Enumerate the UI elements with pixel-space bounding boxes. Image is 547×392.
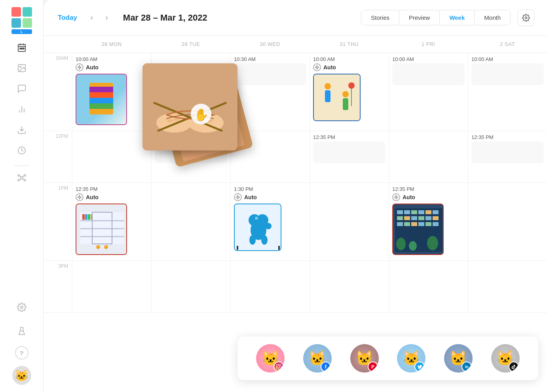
sidebar-item-analytics[interactable] [13,101,30,118]
svg-point-8 [20,66,21,67]
cell-mon-12pm[interactable] [72,131,151,183]
svg-rect-36 [80,236,124,237]
cell-sat-10am[interactable]: 10:00 AM [468,53,547,131]
cell-fri-12pm[interactable] [389,131,468,183]
time-label-12pm: 12PM [44,131,72,183]
social-item-facebook[interactable]: 🐱 f [303,344,332,373]
social-item-twitter[interactable]: 🐱 [397,344,425,373]
svg-rect-56 [397,210,403,214]
cell-sat-12pm[interactable]: 12:35 PM [468,131,547,183]
cell-tue-3pm[interactable] [151,261,230,312]
cell-thu-10am[interactable]: 10:00 AM Auto [310,53,389,131]
svg-rect-63 [404,216,410,220]
next-button[interactable]: › [101,12,113,24]
sidebar-item-integrations[interactable] [13,169,30,186]
social-item-linkedin[interactable]: 🐱 in [444,344,473,373]
today-button[interactable]: Today [56,11,79,24]
social-item-tiktok[interactable]: 🐱 [491,344,520,373]
sidebar-divider [14,166,30,166]
view-btn-stories[interactable]: Stories [361,10,399,25]
svg-rect-65 [418,216,424,220]
day-header-mon: 28 MON [72,40,151,49]
svg-rect-57 [404,210,410,214]
svg-rect-39 [87,214,90,220]
auto-icon [76,193,84,201]
event-thu-10am: 10:00 AM Auto [313,56,386,121]
prev-button[interactable]: ‹ [86,12,98,24]
cell-wed-3pm[interactable] [230,261,310,312]
view-buttons: Stories Preview Week Month [361,10,511,25]
cell-sat-1pm[interactable] [468,183,547,261]
svg-point-48 [249,235,256,245]
event-image-blue-dog[interactable] [234,204,281,251]
event-placeholder [155,141,227,163]
svg-line-22 [23,179,24,180]
sidebar-item-help[interactable]: ? [15,346,28,360]
cell-thu-1pm[interactable] [310,183,389,261]
day-header-thu: 31 THU [310,40,389,49]
view-btn-month[interactable]: Month [475,10,510,25]
cell-wed-1pm[interactable]: 1:30 PM Auto [230,183,310,261]
sidebar: L [0,0,44,392]
social-avatar-linkedin: 🐱 in [444,344,473,373]
day-header-sat: 2 SAT [468,40,547,49]
event-image-building[interactable] [392,204,444,255]
svg-point-41 [96,245,100,249]
event-sat-10am: 10:00 AM [471,56,544,85]
event-time: 12:35 PM [313,134,386,140]
event-time: 10:30 AM [234,56,306,62]
view-btn-week[interactable]: Week [440,10,475,25]
cell-thu-12pm[interactable]: 12:35 PM [310,131,389,183]
nav-arrows: ‹ › [86,12,113,24]
day-header-tue: 29 TUE [151,40,230,49]
cell-sat-3pm[interactable] [468,261,547,312]
event-image-library[interactable] [76,204,127,255]
cell-mon-3pm[interactable] [72,261,151,312]
event-label: Auto [234,193,306,201]
cell-thu-3pm[interactable] [310,261,389,312]
cell-tue-10am[interactable] [151,53,230,131]
svg-rect-37 [82,214,85,220]
cell-tue-12pm[interactable]: 11:00 AM [151,131,230,183]
svg-point-17 [18,179,19,181]
cell-wed-12pm[interactable] [230,131,310,183]
cell-mon-10am[interactable]: 10:00 AM Auto [72,53,151,131]
cell-fri-3pm[interactable] [389,261,468,312]
svg-rect-69 [404,222,410,226]
linkedin-badge: in [462,362,472,372]
event-fri-1pm: 12:35 PM Auto [392,186,465,255]
social-item-instagram[interactable]: 🐱 [256,344,285,373]
event-image-colorful-blocks[interactable] [76,74,127,125]
sidebar-item-lab[interactable] [13,322,30,340]
event-time: 12:35 PM [76,186,148,192]
event-time: 10:00 AM [392,56,465,62]
sidebar-item-schedule[interactable] [13,142,30,159]
svg-rect-35 [80,228,124,229]
sidebar-item-calendar[interactable] [13,39,30,56]
cell-fri-10am[interactable]: 10:00 AM [389,53,468,131]
settings-button[interactable] [518,10,534,26]
sidebar-item-download[interactable] [13,121,30,139]
svg-point-75 [409,241,417,251]
instagram-badge [274,362,284,372]
sidebar-item-settings[interactable] [13,299,30,316]
sidebar-item-media[interactable] [13,59,30,77]
svg-rect-25 [314,74,361,121]
view-btn-preview[interactable]: Preview [399,10,440,25]
cell-tue-1pm[interactable] [151,183,230,261]
social-item-pinterest[interactable]: 🐱 P [350,344,379,373]
user-avatar[interactable]: 🐱 [12,366,31,385]
cell-fri-1pm[interactable]: 12:35 PM Auto [389,183,468,261]
event-time: 12:35 PM [392,186,465,192]
auto-icon [76,63,84,71]
social-avatar-twitter: 🐱 [397,344,425,373]
svg-rect-58 [411,210,417,214]
event-image-figure[interactable] [313,74,361,121]
app-logo[interactable]: L [11,7,32,28]
date-range: Mar 28 – Mar 1, 2022 [123,13,207,23]
event-time: 10:00 AM [471,56,544,62]
sidebar-item-chat[interactable] [13,80,30,97]
cell-mon-1pm[interactable]: 12:35 PM Auto [72,183,151,261]
cell-wed-10am[interactable]: 10:30 AM [230,53,310,131]
day-header-fri: 1 FRI [389,40,468,49]
